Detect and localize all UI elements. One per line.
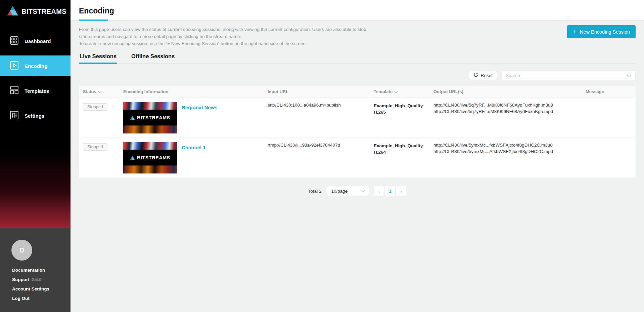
sidebar-menu: Dashboard Encoding bbox=[0, 31, 71, 126]
table-controls: Reset bbox=[79, 70, 636, 80]
chevron-down-icon bbox=[394, 89, 398, 94]
support-link[interactable]: Support2.5.0 bbox=[12, 277, 71, 282]
title-accent-bar bbox=[79, 20, 108, 21]
output-url: http://CLI430/live/5q7yRF...uM8K8f6NF68A… bbox=[433, 108, 578, 115]
table-row: Stopped BITSTREAMS Regional News bbox=[79, 98, 636, 138]
thumbnail-streaks bbox=[123, 125, 177, 133]
thumbnail-logo: BITSTREAMS bbox=[123, 110, 177, 125]
column-header-status[interactable]: Status bbox=[79, 89, 119, 94]
chevron-down-icon bbox=[98, 89, 102, 94]
status-cell: Stopped bbox=[79, 138, 119, 178]
account-settings-link[interactable]: Account Settings bbox=[12, 286, 71, 291]
version-label: 2.5.0 bbox=[32, 277, 42, 282]
table-header-row: Status Encoding Information Input URL Te… bbox=[79, 86, 636, 98]
bitstreams-logo-triangle-icon bbox=[130, 156, 135, 160]
pager: ‹ 1 › bbox=[374, 186, 406, 196]
encoding-info-cell: BITSTREAMS Channel 1 bbox=[119, 138, 264, 178]
message-cell bbox=[582, 138, 636, 178]
pagination: Total 2 10/page ‹ 1 › bbox=[71, 186, 644, 196]
sidebar-nav: BITSTREAMS Dashboard bbox=[0, 0, 71, 228]
template-cell: Example_High_Quality-H.264 bbox=[370, 138, 429, 178]
page-header: Encoding bbox=[71, 0, 644, 21]
main-content: Encoding + New Encoding Session From thi… bbox=[71, 0, 644, 312]
next-page-button[interactable]: › bbox=[396, 186, 406, 196]
avatar[interactable]: D bbox=[11, 240, 32, 261]
template-cell: Example_High_Quality-H.265 bbox=[370, 98, 429, 138]
encoding-info-cell: BITSTREAMS Regional News bbox=[119, 98, 264, 138]
account-links: Documentation Support2.5.0 Account Setti… bbox=[12, 268, 71, 301]
sidebar-item-label: Dashboard bbox=[25, 38, 51, 44]
sidebar-item-label: Settings bbox=[25, 113, 44, 119]
input-url-cell: srt://CLI430:100...a04a96,m=publish bbox=[264, 98, 370, 138]
chevron-down-icon bbox=[361, 189, 365, 194]
tab-live-sessions[interactable]: Live Sessions bbox=[79, 53, 117, 63]
logout-link[interactable]: Log Out bbox=[12, 296, 71, 301]
page-title: Encoding bbox=[79, 6, 114, 15]
search-icon bbox=[627, 73, 632, 80]
description-line: To create a new encoding session, use th… bbox=[79, 40, 537, 47]
session-tabs: Live Sessions Offline Sessions bbox=[79, 53, 636, 64]
page-size-select[interactable]: 10/page bbox=[326, 186, 369, 196]
dashboard-grid-icon bbox=[10, 36, 19, 46]
session-thumbnail[interactable]: BITSTREAMS bbox=[123, 142, 177, 173]
sidebar-item-settings[interactable]: Settings bbox=[0, 105, 71, 126]
description-line: From this page users can view the status… bbox=[79, 26, 537, 33]
prev-page-button[interactable]: ‹ bbox=[374, 186, 384, 196]
search-box bbox=[501, 70, 636, 80]
column-header-output-urls: Output URL(s) bbox=[429, 89, 582, 94]
new-encoding-session-label: New Encoding Session bbox=[580, 29, 630, 35]
column-header-template[interactable]: Template bbox=[370, 89, 429, 94]
bitstreams-logo-triangle-icon bbox=[130, 116, 135, 120]
sidebar-item-label: Encoding bbox=[25, 63, 47, 69]
status-badge: Stopped bbox=[83, 143, 107, 151]
page-size-value: 10/page bbox=[331, 189, 348, 194]
output-url: http://CLI430/live/5ymxMc...AfkbWSFXjtxo… bbox=[433, 148, 578, 155]
refresh-icon bbox=[473, 72, 478, 78]
session-name-link[interactable]: Channel 1 bbox=[182, 142, 206, 173]
app-logo: BITSTREAMS bbox=[0, 0, 71, 17]
tab-offline-sessions[interactable]: Offline Sessions bbox=[131, 53, 175, 63]
description-line: start streams and navigate to a more det… bbox=[79, 33, 537, 40]
status-badge: Stopped bbox=[83, 103, 107, 111]
page-description: From this page users can view the status… bbox=[79, 26, 537, 47]
output-url: http://CLI430/live/5q7yRF...M8K8f6NF68Ay… bbox=[433, 102, 578, 108]
bitstreams-logo-triangle-icon bbox=[7, 6, 18, 17]
encoding-play-icon bbox=[10, 61, 19, 71]
new-encoding-session-button[interactable]: + New Encoding Session bbox=[567, 25, 636, 38]
account-panel: D Documentation Support2.5.0 Account Set… bbox=[0, 228, 71, 312]
output-urls-cell: http://CLI430/live/5ymxMc...fkbWSFXjtxo4… bbox=[429, 138, 582, 178]
reset-label: Reset bbox=[481, 73, 493, 78]
output-url: http://CLI430/live/5ymxMc...fkbWSFXjtxo4… bbox=[433, 142, 578, 148]
column-header-input-url: Input URL bbox=[264, 89, 370, 94]
plus-icon: + bbox=[573, 29, 577, 35]
page-number-button[interactable]: 1 bbox=[385, 186, 395, 196]
app-logo-text: BITSTREAMS bbox=[21, 8, 66, 15]
column-header-encoding-information: Encoding Information bbox=[119, 89, 264, 94]
thumbnail-streaks bbox=[123, 102, 177, 110]
column-header-message: Message bbox=[582, 89, 636, 94]
input-url-cell: rtmp://CLI430/li...93a-92ef3784407d bbox=[264, 138, 370, 178]
pagination-total: Total 2 bbox=[308, 189, 322, 194]
sidebar-item-templates[interactable]: Templates bbox=[0, 80, 71, 101]
thumbnail-logo: BITSTREAMS bbox=[123, 150, 177, 165]
session-thumbnail[interactable]: BITSTREAMS bbox=[123, 102, 177, 133]
output-urls-cell: http://CLI430/live/5q7yRF...M8K8f6NF68Ay… bbox=[429, 98, 582, 138]
session-name-link[interactable]: Regional News bbox=[182, 102, 218, 133]
templates-layout-icon bbox=[10, 86, 19, 96]
status-cell: Stopped bbox=[79, 98, 119, 138]
sidebar-item-label: Templates bbox=[25, 88, 49, 94]
thumbnail-streaks bbox=[123, 142, 177, 150]
next-chevron-icon: › bbox=[400, 188, 402, 194]
sessions-table: Status Encoding Information Input URL Te… bbox=[79, 86, 636, 178]
reset-button[interactable]: Reset bbox=[468, 70, 498, 80]
settings-sliders-icon bbox=[10, 111, 19, 121]
documentation-link[interactable]: Documentation bbox=[12, 268, 71, 273]
thumbnail-streaks bbox=[123, 165, 177, 173]
sidebar: BITSTREAMS Dashboard bbox=[0, 0, 71, 312]
search-input[interactable] bbox=[502, 71, 635, 80]
prev-chevron-icon: ‹ bbox=[378, 188, 380, 194]
sidebar-item-encoding[interactable]: Encoding bbox=[0, 55, 71, 76]
message-cell bbox=[582, 98, 636, 138]
sidebar-item-dashboard[interactable]: Dashboard bbox=[0, 31, 71, 51]
table-row: Stopped BITSTREAMS Channel 1 bbox=[79, 138, 636, 178]
